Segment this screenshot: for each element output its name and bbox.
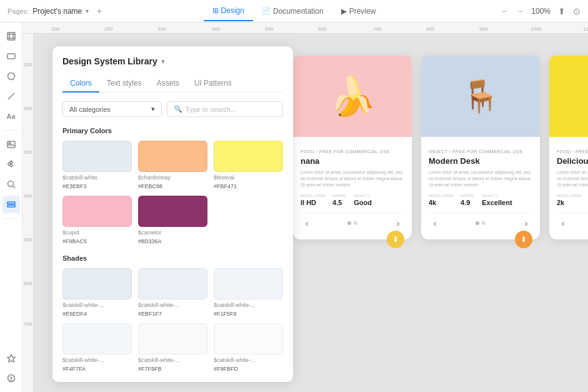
layers-icon[interactable] xyxy=(2,196,20,213)
shade-box-6 xyxy=(214,323,283,354)
ruler-h-100: 100 xyxy=(51,26,59,32)
circle-icon[interactable] xyxy=(2,68,20,85)
tab-assets[interactable]: Assets xyxy=(149,75,187,93)
swatch-hex-2: #FEBC88 xyxy=(138,183,207,189)
ruler-v-300: 300 xyxy=(24,149,32,155)
sidebar-divider-2 xyxy=(5,218,17,219)
text-icon[interactable]: Aa xyxy=(2,108,20,125)
card-desk-prev[interactable]: ‹ xyxy=(429,217,441,229)
card-dessert-body: FOOD › FREE FOR COMMERCIAL USE Delicious… xyxy=(549,137,588,239)
swatch-name-3: $festival xyxy=(214,174,283,181)
swatch-cupid[interactable]: $cupid #F9BAC5 xyxy=(62,196,132,244)
tab-colors[interactable]: Colors xyxy=(62,75,99,93)
stat-value-qual-2: Excellent xyxy=(482,199,512,206)
card-desk-image: 🪑 xyxy=(421,56,540,137)
swatch-camelot[interactable]: $camelot #8D336A xyxy=(138,196,207,244)
swatch-shade-4[interactable]: $catskill-white-... #F4F7FA xyxy=(62,323,132,372)
card-banana-stats: RESOLUTION ll HD RATING 4.5 QUALITY Good xyxy=(301,194,404,206)
shades-title: Shades xyxy=(62,254,283,262)
top-bar: Pages: Project's name ▾ ＋ ⊞ Design 📄 Doc… xyxy=(0,0,588,23)
swatch-name-1: $catskill-white xyxy=(62,174,132,181)
canvas-with-ruler: 100 200 300 400 500 600 700 Design Syste… xyxy=(22,34,588,392)
card-desk[interactable]: ⊙ 🪑 ⬇ OBJECT › FREE FOR COMMERCIAL USE M… xyxy=(421,56,540,239)
svg-rect-13 xyxy=(7,205,15,207)
swatch-chardonnay[interactable]: $chardonnay #FEBC88 xyxy=(138,141,207,189)
stat-label-res-1: RESOLUTION xyxy=(301,194,325,198)
undo-button[interactable]: ← xyxy=(501,7,509,16)
export-icon[interactable]: ⬆ xyxy=(558,6,566,16)
swatch-hex-3: #FBF471 xyxy=(214,183,283,189)
settings-icon[interactable]: ⊙ xyxy=(573,6,581,16)
plugin-icon[interactable] xyxy=(2,349,20,367)
shade-name-6: $catskill-white-... xyxy=(214,357,283,363)
component-icon[interactable] xyxy=(2,156,20,173)
swatch-shade-6[interactable]: $catskill-white-... #F9FBFD xyxy=(214,323,283,372)
card-desk-next[interactable]: › xyxy=(520,217,532,229)
tab-text-styles[interactable]: Text styles xyxy=(99,75,149,93)
panel-tabs: Colors Text styles Assets UI Patterns xyxy=(62,75,283,93)
panel-chevron-icon[interactable]: ▾ xyxy=(161,58,165,66)
card-banana-prev[interactable]: ‹ xyxy=(301,217,313,229)
search-box[interactable]: 🔍 Type to search... xyxy=(167,101,283,117)
main-layout: Aa 100 200 300 400 xyxy=(0,23,588,392)
stat-value-rat-2: 4.9 xyxy=(461,199,474,206)
pages-label: Pages: xyxy=(7,8,29,15)
design-icon: ⊞ xyxy=(212,6,219,15)
swatch-shade-1[interactable]: $catskill-white-... #E6EDF4 xyxy=(62,268,132,317)
svg-line-11 xyxy=(12,186,15,189)
ruler-v-700: 700 xyxy=(24,321,32,327)
rectangle-icon[interactable] xyxy=(2,48,20,65)
preview-tab-label: Preview xyxy=(349,7,376,16)
card-banana-download[interactable]: ⬇ xyxy=(387,231,404,248)
zoom-level[interactable]: 100% xyxy=(531,7,551,16)
swatch-festival[interactable]: $festival #FBF471 xyxy=(214,141,283,189)
card-desk-label: OBJECT › FREE FOR COMMERCIAL USE xyxy=(429,149,532,154)
swatch-catskill-white[interactable]: $catskill-white #E3EBF3 xyxy=(62,141,132,189)
project-name[interactable]: Project's name xyxy=(32,7,82,16)
preview-icon: ▶ xyxy=(341,7,347,16)
shade-hex-1: #E6EDF4 xyxy=(62,311,132,317)
stat-quality-2: QUALITY Excellent xyxy=(482,194,512,206)
stat-label-res-3: RESOLUTION xyxy=(557,194,581,198)
ruler-h-200: 200 xyxy=(104,26,112,32)
top-bar-left: Pages: Project's name ▾ ＋ xyxy=(7,6,104,17)
search-icon[interactable] xyxy=(2,176,20,193)
canvas-area: 100 200 300 400 500 600 700 800 900 1000… xyxy=(22,23,588,392)
stat-quality-1: QUALITY Good xyxy=(354,194,372,206)
tab-preview[interactable]: ▶ Preview xyxy=(332,2,385,21)
category-dropdown[interactable]: All categories ▾ xyxy=(62,101,162,117)
ruler-h-600: 600 xyxy=(318,26,326,32)
image-icon[interactable] xyxy=(2,136,20,153)
card-dessert-stats: RESOLUTION 2k RATING 4.6 QUALITY Great xyxy=(557,194,588,206)
frame-icon[interactable] xyxy=(2,28,20,45)
chevron-down-icon: ▾ xyxy=(86,8,89,14)
swatch-shade-2[interactable]: $catskill-white-... #EBF1F7 xyxy=(138,268,207,317)
ruler-h-1100: 1100 xyxy=(583,26,588,32)
shade-box-3 xyxy=(214,268,283,299)
svg-rect-5 xyxy=(7,54,15,59)
swatch-shade-3[interactable]: $catskill-white-... #F1F5F9 xyxy=(214,268,283,317)
card-desk-dots xyxy=(476,221,486,225)
shade-hex-5: #F7F9FB xyxy=(138,366,207,372)
swatch-shade-5[interactable]: $catskill-white-... #F7F9FB xyxy=(138,323,207,372)
card-desk-desc: Lorem dolor sit amet, consectetur adipis… xyxy=(429,169,532,188)
add-page-icon[interactable]: ＋ xyxy=(95,6,104,17)
tab-ui-patterns[interactable]: UI Patterns xyxy=(187,75,239,93)
tab-design[interactable]: ⊞ Design xyxy=(204,1,253,21)
card-banana[interactable]: ⊙ 🍌 ⬇ FOOD › FREE FOR COMMERCIAL USE nan… xyxy=(293,56,412,239)
card-desk-body: OBJECT › FREE FOR COMMERCIAL USE Modern … xyxy=(421,137,540,239)
redo-button[interactable]: → xyxy=(516,7,524,16)
stat-resolution-2: RESOLUTION 4k xyxy=(429,194,453,206)
card-banana-next[interactable]: › xyxy=(392,217,404,229)
card-dessert[interactable]: ⊙ 🎂 ⬇ FOOD › FREE FOR COMMERCIAL USE Del… xyxy=(549,56,588,239)
svg-point-6 xyxy=(7,73,14,80)
card-dessert-prev[interactable]: ‹ xyxy=(557,217,569,229)
category-label: All categories xyxy=(69,106,111,113)
line-icon[interactable] xyxy=(2,88,20,105)
canvas[interactable]: Design System Library ▾ Colors Text styl… xyxy=(34,34,588,392)
doc-icon: 📄 xyxy=(262,7,271,15)
stat-resolution-1: RESOLUTION ll HD xyxy=(301,194,325,206)
tab-documentation[interactable]: 📄 Documentation xyxy=(253,2,332,21)
card-desk-download[interactable]: ⬇ xyxy=(515,231,532,248)
help-icon[interactable] xyxy=(2,369,20,387)
